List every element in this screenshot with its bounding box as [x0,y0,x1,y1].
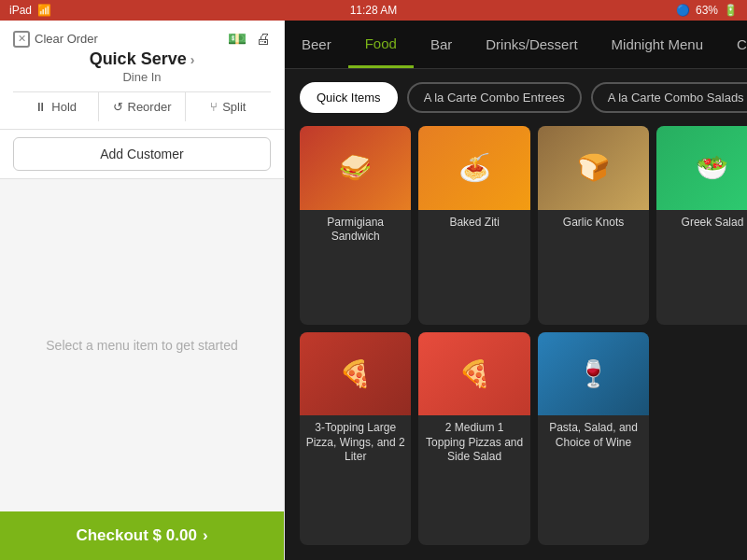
food-item-label-pasta: Pasta, Salad, and Choice of Wine [538,415,649,457]
food-item-baked-ziti[interactable]: 🍝 Baked Ziti [418,126,529,325]
hold-button[interactable]: ⏸ Hold [13,92,99,121]
tab-drinks-dessert[interactable]: Drinks/Dessert [469,21,594,68]
checkout-label: Checkout $ 0.00 [76,526,196,545]
food-item-label-two-pizzas: 2 Medium 1 Topping Pizzas and Side Salad [418,415,529,472]
clear-order-button[interactable]: ✕ Clear Order [13,31,98,48]
tab-beer[interactable]: Beer [285,21,348,68]
food-item-pizza-wings[interactable]: 🍕 3-Topping Large Pizza, Wings, and 2 Li… [300,332,411,545]
print-icon-button[interactable]: 🖨 [256,30,271,48]
reorder-icon: ↺ [113,100,123,114]
food-item-label-garlic-knots: Garlic Knots [538,210,649,238]
food-item-label-parmigiana: Parmigiana Sandwich [300,210,411,252]
reorder-label: Reorder [128,100,172,114]
food-item-img-pasta: 🍷 [538,332,649,416]
dollar-icon-button[interactable]: 💵 [228,30,247,48]
food-item-img-parmigiana: 🥪 [300,126,411,210]
clear-order-label: Clear Order [35,32,98,46]
food-item-pasta[interactable]: 🍷 Pasta, Salad, and Choice of Wine [538,332,649,545]
food-item-label-greek-salad: Greek Salad [656,210,747,238]
battery-label: 63% [696,4,718,17]
quick-serve-title: Quick Serve [90,49,187,69]
status-bar-time: 11:28 AM [350,4,398,17]
add-customer-section: Add Customer [0,130,284,179]
status-bar-left: iPad 📶 [9,4,51,17]
checkout-arrow: › [203,526,208,545]
checkout-bar[interactable]: Checkout $ 0.00 › [0,511,284,560]
bluetooth-icon: 🔵 [676,4,690,17]
dollar-icon: 💵 [228,31,247,47]
title-arrow: › [190,52,195,67]
empty-order-message: Select a menu item to get started [46,338,237,353]
hold-label: Hold [51,100,77,114]
right-panel: Beer Food Bar Drinks/Dessert Midnight Me… [285,21,747,560]
food-item-img-garlic-knots: 🍞 [538,126,649,210]
menu-tab-combo-salads[interactable]: A la Carte Combo Salads [591,82,747,113]
tab-midnight-menu[interactable]: Midnight Menu [595,21,720,68]
reorder-button[interactable]: ↺ Reorder [99,92,185,121]
tab-bar[interactable]: Bar [414,21,469,68]
tab-more[interactable]: Co... [720,21,747,68]
menu-header: Quick Items A la Carte Combo Entrees A l… [285,69,747,122]
food-item-greek-salad[interactable]: 🥗 Greek Salad [656,126,747,325]
wifi-icon: 📶 [37,4,51,17]
food-item-img-greek-salad: 🥗 [656,126,747,210]
ipad-label: iPad [9,4,32,17]
food-item-two-pizzas[interactable]: 🍕 2 Medium 1 Topping Pizzas and Side Sal… [418,332,529,545]
food-item-img-baked-ziti: 🍝 [418,126,529,210]
hold-icon: ⏸ [35,100,47,114]
x-icon: ✕ [13,31,30,48]
nav-tabs: Beer Food Bar Drinks/Dessert Midnight Me… [285,21,747,69]
print-icon: 🖨 [256,31,271,47]
left-panel: ✕ Clear Order 💵 🖨 Quick Serve › Dine In [0,21,285,560]
split-label: Split [222,100,246,114]
order-empty-area: Select a menu item to get started [0,179,284,511]
status-bar: iPad 📶 11:28 AM 🔵 63% 🔋 [0,0,747,21]
menu-tab-quick-items[interactable]: Quick Items [300,82,398,113]
food-item-garlic-knots[interactable]: 🍞 Garlic Knots [538,126,649,325]
tab-food[interactable]: Food [348,21,414,68]
food-item-img-pizza-wings: 🍕 [300,332,411,416]
food-item-parmigiana[interactable]: 🥪 Parmigiana Sandwich [300,126,411,325]
battery-icon: 🔋 [724,4,738,17]
food-item-img-two-pizzas: 🍕 [418,332,529,416]
dine-in-label: Dine In [13,70,271,84]
left-header: ✕ Clear Order 💵 🖨 Quick Serve › Dine In [0,21,284,130]
food-item-label-baked-ziti: Baked Ziti [418,210,529,238]
split-button[interactable]: ⑂ Split [186,92,271,121]
status-bar-right: 🔵 63% 🔋 [676,4,738,17]
food-item-label-pizza-wings: 3-Topping Large Pizza, Wings, and 2 Lite… [300,415,411,472]
menu-tab-combo-entrees[interactable]: A la Carte Combo Entrees [407,82,582,113]
add-customer-button[interactable]: Add Customer [13,137,271,171]
split-icon: ⑂ [210,100,218,114]
food-grid: 🥪 Parmigiana Sandwich 🍝 Baked Ziti 🍞 Gar… [285,122,747,560]
